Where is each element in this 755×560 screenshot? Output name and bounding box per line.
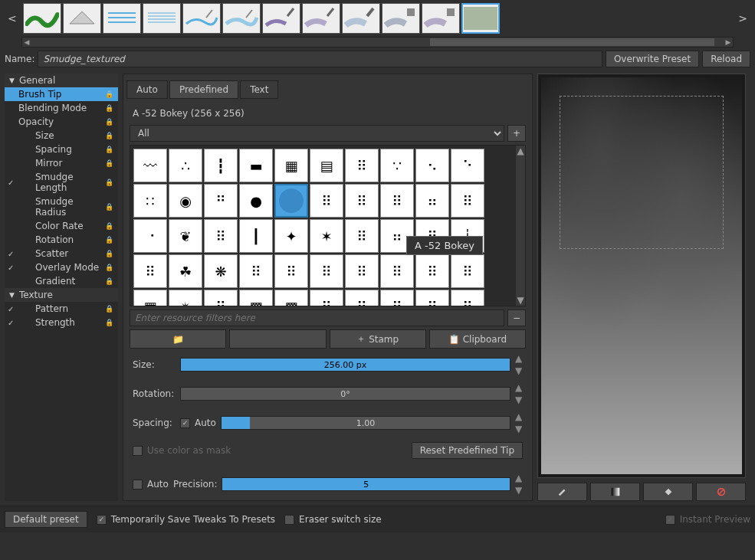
sidebar-item[interactable]: Blending Mode🔒 [5, 101, 118, 115]
sidebar-item[interactable]: Gradient🔒 [5, 274, 118, 288]
spacing-slider[interactable]: 1.00 [221, 416, 510, 430]
brush-tip-cell[interactable]: ⠿ [345, 219, 379, 253]
sidebar-item[interactable]: Color Rate🔒 [5, 219, 118, 233]
sidebar-header-general[interactable]: ▼ General [5, 74, 118, 87]
brush-tip-cell[interactable]: ∴ [169, 149, 202, 182]
brush-tip-cell[interactable]: ⠿ [310, 290, 343, 306]
scroll-left-icon[interactable]: ◀ [22, 38, 31, 47]
brush-tip-cell[interactable]: ⠐ [133, 219, 167, 253]
brush-tip-cell[interactable]: ☘ [169, 254, 202, 288]
eraser-switch-checkbox[interactable] [284, 515, 294, 525]
brush-tip-cell[interactable]: ⠿ [310, 254, 343, 288]
brush-tip-cell[interactable]: ⠿ [415, 219, 449, 253]
preset-thumb[interactable] [302, 3, 340, 34]
precision-spinner[interactable]: ▲▼ [515, 473, 523, 496]
category-dropdown[interactable]: All [130, 125, 504, 142]
sidebar-item[interactable]: Smudge Radius🔒 [5, 195, 118, 219]
brush-tip-cell[interactable]: ✦ [274, 219, 308, 253]
preset-thumb[interactable] [262, 3, 300, 34]
spacing-auto-checkbox[interactable]: ✓ [180, 418, 190, 428]
tab-text[interactable]: Text [240, 80, 278, 99]
brush-tip-cell[interactable]: ⠿ [380, 290, 414, 306]
brush-tip-cell[interactable]: ⠿ [204, 219, 238, 253]
brush-tip-cell[interactable]: ◉ [169, 184, 202, 218]
reload-button[interactable]: Reload [702, 51, 750, 67]
sidebar-item[interactable]: ✓Scatter🔒 [5, 247, 118, 260]
overwrite-preset-button[interactable]: Overwrite Preset [606, 51, 699, 67]
scroll-up-icon[interactable]: ▲ [517, 146, 524, 156]
sidebar-item[interactable]: Rotation🔒 [5, 233, 118, 247]
brush-tip-cell[interactable]: ⠿ [451, 290, 484, 306]
sidebar-item[interactable]: ✓Overlay Mode🔒 [5, 260, 118, 274]
brush-tip-cell[interactable]: ⠿ [133, 254, 167, 288]
tab-auto[interactable]: Auto [126, 80, 168, 99]
brush-tip-cell[interactable]: ✴ [169, 290, 202, 306]
grid-scrollbar[interactable]: ▲ ▼ [516, 146, 525, 306]
color-mask-checkbox[interactable] [133, 446, 143, 456]
brush-tip-cell[interactable]: ⠑ [451, 149, 484, 182]
preset-prev[interactable]: < [5, 12, 20, 25]
clipboard-button[interactable]: 📋Clipboard [429, 329, 526, 349]
preview-brush-button[interactable] [537, 483, 587, 501]
filter-input[interactable] [130, 309, 504, 326]
rotation-spinner[interactable]: ▲▼ [515, 382, 523, 405]
brush-tip-cell[interactable]: ⠿ [451, 254, 484, 288]
stamp-button[interactable]: ＋Stamp [330, 329, 426, 349]
brush-tip-cell[interactable]: ⠿ [380, 184, 414, 218]
brush-tip-cell[interactable]: ⠢ [415, 149, 449, 182]
temp-save-checkbox[interactable]: ✓ [97, 515, 107, 525]
preset-thumb[interactable] [382, 3, 420, 34]
tab-predefined[interactable]: Predefined [169, 80, 238, 99]
brush-tip-cell[interactable]: ▬ [239, 149, 273, 182]
remove-tag-button[interactable]: − [507, 309, 526, 326]
default-preset-button[interactable]: Default preset [5, 511, 87, 528]
preset-thumb[interactable] [23, 3, 61, 34]
preview-gradient-button[interactable] [590, 483, 640, 501]
sidebar-item[interactable]: Opacity🔒 [5, 115, 118, 129]
brush-tip-cell[interactable]: ❦ [169, 219, 202, 253]
scroll-right-icon[interactable]: ▶ [724, 38, 733, 47]
brush-tip-cell[interactable]: ▤ [310, 149, 343, 182]
brush-tip-cell[interactable]: ⠿ [415, 254, 449, 288]
sidebar-item[interactable]: Brush Tip🔒 [5, 87, 118, 101]
instant-preview-checkbox[interactable]: ✓ [665, 515, 675, 525]
brush-tip-cell[interactable]: ⠿ [345, 290, 379, 306]
brush-tip-cell[interactable]: ⠿ [345, 149, 379, 182]
scroll-down-icon[interactable]: ▼ [517, 295, 524, 306]
preset-thumb[interactable] [182, 3, 221, 34]
brush-tip-cell[interactable]: ⠿ [274, 254, 308, 288]
sidebar-item[interactable]: ✓Strength🔒 [5, 316, 118, 329]
add-tag-button[interactable]: + [507, 125, 526, 142]
brush-tip-cell[interactable]: ⠿ [345, 184, 379, 218]
brush-tip-cell[interactable]: ┃ [239, 219, 273, 253]
brush-tip-cell[interactable]: ∷ [133, 184, 167, 218]
brush-tip-cell[interactable]: ⠿ [345, 254, 379, 288]
brush-tip-cell[interactable]: ▩ [239, 290, 273, 306]
preset-next[interactable]: > [735, 12, 750, 25]
brush-tip-cell[interactable]: ∵ [380, 149, 414, 182]
preset-thumb[interactable] [222, 3, 261, 34]
brush-tip-cell[interactable]: ⠿ [239, 254, 273, 288]
preset-thumb[interactable] [342, 3, 380, 34]
brush-tip-cell[interactable] [274, 184, 308, 218]
preset-thumb[interactable] [422, 3, 460, 34]
brush-tip-cell[interactable]: ⠿ [310, 184, 343, 218]
brush-tip-cell[interactable]: ▩ [274, 290, 308, 306]
sidebar-header-texture[interactable]: ▼ Texture [5, 288, 118, 302]
brush-tip-cell[interactable]: ● [239, 184, 273, 218]
sidebar-item[interactable]: Size🔒 [5, 129, 118, 142]
brush-tip-cell[interactable]: ❋ [204, 254, 238, 288]
spacing-spinner[interactable]: ▲▼ [515, 411, 523, 434]
reset-predefined-button[interactable]: Reset Predefined Tip [412, 442, 523, 459]
sidebar-item[interactable]: Mirror🔒 [5, 156, 118, 170]
brush-tip-cell[interactable]: ⠶ [380, 219, 414, 253]
sidebar-item[interactable]: ✓Pattern🔒 [5, 302, 118, 316]
brush-tip-cell[interactable]: ✶ [310, 219, 343, 253]
brush-tip-cell[interactable]: ⠿ [415, 290, 449, 306]
rotation-slider[interactable]: 0° [180, 387, 510, 401]
import-button[interactable]: 📁 [130, 329, 226, 349]
sidebar-item[interactable]: Spacing🔒 [5, 142, 118, 156]
sidebar-item[interactable]: ✓Smudge Length🔒 [5, 170, 118, 195]
brush-tip-cell[interactable]: ▦ [133, 290, 167, 306]
brush-tip-cell[interactable]: ┇ [204, 149, 238, 182]
